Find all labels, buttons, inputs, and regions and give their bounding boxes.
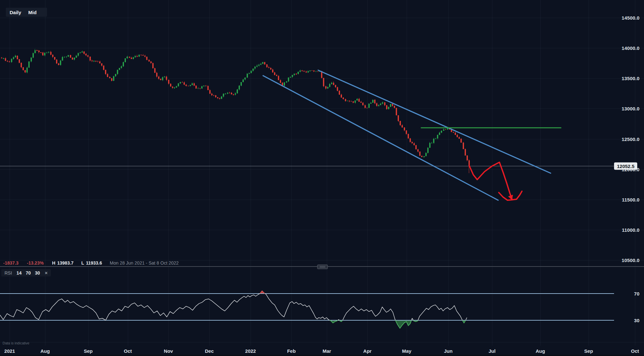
candle-up xyxy=(254,67,256,69)
rsi-indicator xyxy=(0,291,614,328)
candle-up xyxy=(244,78,246,80)
candle-up xyxy=(115,74,116,76)
candle-down xyxy=(24,70,26,72)
candle-down xyxy=(303,71,305,71)
candle-down xyxy=(349,101,350,101)
rsi-upper-value[interactable]: 70 xyxy=(26,270,31,276)
candle-down xyxy=(160,79,161,80)
candle-down xyxy=(166,77,167,80)
candle-up xyxy=(433,139,434,143)
candle-up xyxy=(235,93,236,95)
candle-up xyxy=(44,53,45,55)
candle-down xyxy=(229,93,230,93)
candle-down xyxy=(1,58,2,58)
candle-down xyxy=(17,56,18,59)
candle-up xyxy=(162,77,163,80)
candle-up xyxy=(197,88,199,89)
candle-down xyxy=(264,62,265,64)
candle-down xyxy=(345,99,346,101)
candle-down xyxy=(217,97,218,98)
candle-down xyxy=(142,55,144,56)
candle-down xyxy=(144,56,146,57)
candle-down xyxy=(445,129,446,130)
candle-down xyxy=(97,61,99,62)
candle-up xyxy=(251,71,252,73)
candle-down xyxy=(339,91,340,95)
candle-down xyxy=(412,142,413,143)
candle-down xyxy=(268,67,270,68)
time-axis-label: 2022 xyxy=(245,348,256,354)
hand-drawn-arrow[interactable] xyxy=(469,162,512,199)
candle-up xyxy=(125,58,126,62)
time-axis-label: Dec xyxy=(205,348,214,354)
candle-down xyxy=(23,67,24,70)
candle-up xyxy=(347,101,348,101)
candle-up xyxy=(443,129,444,130)
candle-up xyxy=(439,133,440,135)
candle-down xyxy=(184,82,185,85)
candle-up xyxy=(121,66,122,68)
candle-up xyxy=(223,94,224,97)
trendline-channel-upper[interactable] xyxy=(318,70,551,173)
candle-up xyxy=(380,104,381,105)
candle-down xyxy=(195,86,197,89)
candle-down xyxy=(270,68,271,70)
chart-toolbar: Daily Mid xyxy=(6,8,47,17)
price-axis-label: 11500.0 xyxy=(622,197,639,202)
rsi-header: RSI 14 70 30 × xyxy=(1,269,51,276)
drawing-annotations[interactable] xyxy=(263,70,561,200)
candle-down xyxy=(306,71,307,72)
candle-up xyxy=(93,61,95,61)
trendline-channel-lower[interactable] xyxy=(263,76,498,200)
pane-resize-handle[interactable] xyxy=(317,265,328,269)
candle-up xyxy=(431,143,432,143)
candle-up xyxy=(180,82,181,83)
date-range: Mon 28 Jun 2021 - Sat 8 Oct 2022 xyxy=(110,260,179,266)
candle-up xyxy=(247,74,248,78)
candle-down xyxy=(231,93,232,95)
candle-up xyxy=(378,105,379,106)
candle-down xyxy=(313,70,315,71)
candle-up xyxy=(382,102,383,103)
candle-up xyxy=(423,156,425,157)
candle-down xyxy=(406,130,407,134)
candle-down xyxy=(148,60,150,61)
candle-down xyxy=(362,103,364,105)
candle-down xyxy=(415,145,417,149)
rsi-lower-value[interactable]: 30 xyxy=(35,270,40,276)
candle-down xyxy=(453,132,454,133)
candle-down xyxy=(50,52,52,55)
timeframe-button[interactable]: Daily xyxy=(10,10,21,15)
candle-down xyxy=(301,70,303,71)
rsi-close-icon[interactable]: × xyxy=(45,270,48,276)
candle-up xyxy=(292,75,293,77)
price-axis-label: 13000.0 xyxy=(621,106,639,111)
candle-up xyxy=(256,66,258,67)
candle-up xyxy=(355,100,356,103)
candle-up xyxy=(176,86,177,88)
candle-down xyxy=(19,59,20,63)
candle-down xyxy=(101,63,102,66)
candle-up xyxy=(68,55,69,56)
rsi-period-value[interactable]: 14 xyxy=(16,270,22,276)
candle-down xyxy=(168,80,169,84)
candle-up xyxy=(26,68,28,73)
candle-down xyxy=(335,85,336,87)
candle-up xyxy=(427,148,429,153)
candle-down xyxy=(194,83,195,86)
candle-up xyxy=(356,99,358,100)
candle-down xyxy=(38,51,40,52)
candle-down xyxy=(170,84,171,87)
candle-down xyxy=(467,155,468,160)
chart-canvas xyxy=(0,0,644,356)
candle-up xyxy=(327,87,328,89)
rsi-axis-label: 70 xyxy=(634,291,639,296)
candle-up xyxy=(425,153,427,156)
price-type-button[interactable]: Mid xyxy=(28,10,37,15)
candle-up xyxy=(441,131,442,133)
candle-up xyxy=(34,50,36,53)
candle-up xyxy=(192,83,193,85)
candle-up xyxy=(372,100,374,103)
candle-down xyxy=(398,115,399,121)
candle-up xyxy=(33,53,34,58)
